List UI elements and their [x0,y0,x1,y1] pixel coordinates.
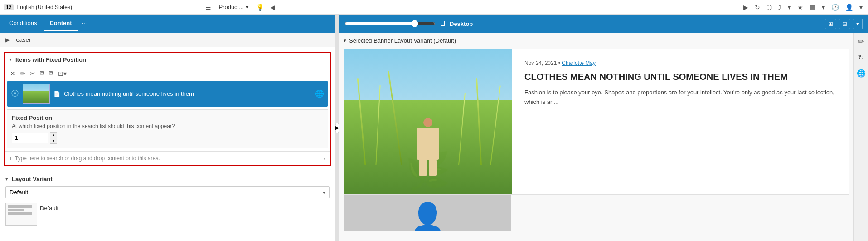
cut-icon-btn[interactable]: ✂ [29,69,36,78]
desktop-selector: 🖥 Desktop [344,20,821,28]
layout-chevron-icon: ▾ [5,176,8,182]
fixed-position-panel: Fixed Position At which fixed position i… [7,109,328,148]
content-item[interactable]: ⦿ 📄 Clothes mean nothing until someone l… [7,81,328,107]
layout-section: ▾ Layout Variant Default ▾ [0,171,335,230]
document-icon: 📄 [53,91,60,97]
image-placeholder-icon[interactable]: ▦ [808,3,817,12]
desktop-monitor-icon: 🖥 [439,20,446,28]
layout-preview-thumbnail [5,203,37,226]
edit-icon-btn[interactable]: ✏ [19,69,26,78]
rt-more-btn[interactable]: ▾ [853,19,863,29]
preview-bar-3 [8,212,32,215]
product-chevron-icon: ▾ [246,4,249,10]
paste-icon-btn[interactable]: ⧉ [48,69,54,78]
chevron-down-img-icon[interactable]: ▾ [820,3,827,12]
person-silhouette-icon: 👤 [411,204,445,231]
teaser-section[interactable]: ▶ Teaser [0,33,335,47]
desktop-width-slider[interactable] [344,20,435,27]
tabs-bar: Conditions Content ··· [0,15,335,33]
refresh-icon[interactable]: ↻ [753,3,762,12]
share-icon[interactable]: ⤴ [776,3,783,12]
layout-preview-label: Default [40,203,58,211]
banner-header-chevron-icon: ▾ [344,38,346,44]
spinner-up-btn[interactable]: ▲ [50,132,57,138]
nav-forward-large-icon[interactable]: ▶ [742,3,750,12]
banner-grass-scene: 🌿 [344,49,512,194]
chart-icon: ⫶ [323,155,326,162]
top-bar-right: ▶ ↻ ⬡ ⤴ ▾ ★ ▦ ▾ 🕐 👤 ▾ [742,3,864,12]
top-bar-left: 12 English (United States) [4,4,72,10]
center-divider: ▶ [335,15,339,241]
main-content: Conditions Content ··· ▶ Teaser ▾ Items [0,15,868,241]
globe-icon: 🌐 [315,89,324,98]
star-icon[interactable]: ★ [795,3,805,12]
tab-more[interactable]: ··· [79,18,91,30]
top-bar-center: ☰ Product... ▾ 💡 ◀ [76,3,405,12]
layout-section-header[interactable]: ▾ Layout Variant [5,176,330,182]
drag-handle-icon[interactable]: ⦿ [11,89,19,98]
clock-icon[interactable]: 🕐 [829,3,841,12]
refresh-tool-btn[interactable]: ↻ [856,51,866,64]
teaser-chevron-icon: ▶ [5,37,10,43]
left-panel: Conditions Content ··· ▶ Teaser ▾ Items [0,15,335,241]
banner-description: Fashion is to please your eye. Shapes an… [524,88,836,107]
pencil-tool-btn[interactable]: ✏ [856,35,866,48]
banner-card-2: 👤 [344,195,849,231]
item-thumbnail [23,84,50,104]
banner-card-2-content [511,195,849,231]
banner-header-label: Selected Banner Layout Variant (Default) [349,37,456,44]
layout-section-title: Layout Variant [12,176,53,182]
fixed-position-input[interactable] [12,133,48,143]
language-label: English (United States) [16,4,72,10]
items-section-title: Items with Fixed Position [15,56,86,63]
items-section-header[interactable]: ▾ Items with Fixed Position [5,53,330,67]
globe-tool-btn[interactable]: 🌐 [855,67,868,79]
nav-back-icon[interactable]: ◀ [268,3,277,12]
layout-preview: Default [5,203,330,226]
fixed-position-input-wrap: ▲ ▼ [12,132,323,144]
banner-card: 🌿 [344,49,849,195]
banner-img-2: 👤 [344,195,511,231]
add-content-area[interactable]: + Type here to search or drag and drop c… [5,151,330,165]
teaser-label: Teaser [13,36,31,43]
tab-conditions[interactable]: Conditions [4,16,42,31]
preview-bar-1 [8,205,32,208]
chevron-down-share-icon[interactable]: ▾ [786,3,793,12]
banner-image: 🌿 [344,49,512,194]
banner-title: CLOTHES MEAN NOTHING UNTIL SOMEONE LIVES… [524,71,836,83]
more-icon-btn[interactable]: ⊡▾ [57,69,68,78]
fixed-position-spinner: ▲ ▼ [50,132,57,144]
banner-meta: Nov 24, 2021 • Charlotte May [524,60,836,66]
layout-select-wrap: Default ▾ [5,186,330,198]
person-icon[interactable]: 👤 [844,3,855,12]
right-side-tools: ✏ ↻ 🌐 [853,33,868,241]
right-toolbar-icons: ⊞ ⊟ ▾ [825,19,863,29]
lightbulb-icon[interactable]: 💡 [254,3,266,12]
spinner-down-btn[interactable]: ▼ [50,138,57,144]
chevron-down-person-icon[interactable]: ▾ [858,3,864,12]
version-badge: 12 [4,4,14,10]
items-section-box: ▾ Items with Fixed Position ✕ ✏ ✂ ⧉ ⧉ ⊡▾ [4,52,331,166]
copy-icon-btn[interactable]: ⧉ [39,69,45,78]
fixed-position-description: At which fixed position in the search li… [12,123,323,129]
external-link-icon[interactable]: ⬡ [765,3,774,12]
item-title-label: Clothes mean nothing until someone lives… [64,90,311,97]
add-placeholder-text: Type here to search or drag and drop con… [15,155,160,162]
plus-icon: + [9,155,12,162]
view-grid-btn[interactable]: ⊞ [825,19,836,29]
thumbnail-grass-scene [23,84,49,103]
view-list-btn[interactable]: ⊟ [839,19,850,29]
author-link[interactable]: Charlotte May [562,60,596,66]
item-toolbar: ✕ ✏ ✂ ⧉ ⧉ ⊡▾ [5,67,330,81]
desktop-label: Desktop [450,20,473,27]
product-label: Product... [218,4,244,10]
hamburger-icon[interactable]: ☰ [204,3,213,12]
product-button[interactable]: Product... ▾ [216,3,252,11]
top-bar: 12 English (United States) ☰ Product... … [0,0,868,15]
items-chevron-icon: ▾ [9,57,12,63]
right-panel: 🖥 Desktop ⊞ ⊟ ▾ ▾ Selected Banner Layout… [339,15,868,241]
close-icon-btn[interactable]: ✕ [9,69,16,78]
selected-banner-header[interactable]: ▾ Selected Banner Layout Variant (Defaul… [344,37,849,44]
layout-select[interactable]: Default [6,187,329,198]
tab-content[interactable]: Content [44,16,77,31]
